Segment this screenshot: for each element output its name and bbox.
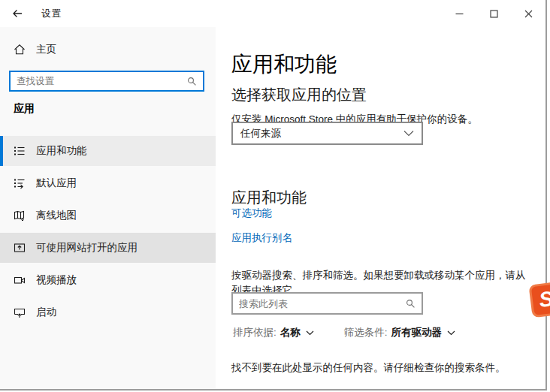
minimize-icon: [455, 10, 464, 18]
default-apps-icon: [14, 177, 26, 189]
optional-features-link[interactable]: 可选功能: [231, 207, 272, 220]
sidebar-item-home[interactable]: 主页: [0, 36, 216, 63]
startup-icon: [14, 306, 26, 318]
sidebar-item-startup[interactable]: 启动: [0, 297, 216, 327]
sidebar: 主页 应用 应用和功能 默认应用: [0, 27, 216, 389]
filter-by-label: 筛选条件:: [344, 326, 388, 339]
window-controls: [442, 0, 545, 27]
settings-window: 设置 主页: [0, 0, 547, 390]
sidebar-item-video-playback[interactable]: 视频播放: [0, 265, 216, 295]
home-icon: [14, 44, 26, 56]
window-title: 设置: [41, 8, 62, 20]
chevron-down-icon[interactable]: [306, 330, 314, 336]
sort-by-label: 排序依据:: [233, 326, 277, 339]
sidebar-item-label: 应用和功能: [36, 144, 87, 158]
minimize-button[interactable]: [442, 0, 476, 27]
back-button[interactable]: [0, 0, 35, 27]
app-execution-aliases-link[interactable]: 应用执行别名: [231, 231, 292, 245]
titlebar: 设置: [0, 0, 545, 27]
search-icon: [405, 298, 416, 309]
sort-filter-row: 排序依据: 名称 筛选条件: 所有驱动器: [233, 326, 455, 339]
apps-features-heading: 应用和功能: [231, 188, 307, 208]
settings-search-box: [9, 71, 204, 92]
close-icon: [524, 10, 533, 18]
maximize-button[interactable]: [476, 0, 511, 27]
maximize-icon: [490, 10, 498, 18]
sidebar-item-label: 启动: [36, 306, 56, 319]
offline-maps-icon: [14, 210, 26, 222]
settings-search-input[interactable]: [11, 76, 186, 86]
watermark-letter: S: [538, 288, 550, 311]
sidebar-nav: 应用和功能 默认应用 离线地图 可使用网站打开的应用: [0, 136, 216, 330]
chevron-down-icon: [403, 130, 414, 137]
apps-for-websites-icon: [14, 242, 26, 254]
chevron-down-icon[interactable]: [447, 330, 455, 336]
sidebar-section-label: 应用: [14, 102, 35, 116]
sidebar-item-label: 视频播放: [36, 273, 77, 287]
sidebar-item-apps-features[interactable]: 应用和功能: [0, 136, 216, 166]
apps-features-icon: [14, 145, 26, 157]
empty-list-message: 找不到要在此处显示的任何内容。请仔细检查你的搜索条件。: [231, 360, 547, 375]
sidebar-item-label: 可使用网站打开的应用: [36, 241, 138, 255]
sidebar-item-apps-for-websites[interactable]: 可使用网站打开的应用: [0, 233, 216, 263]
main-content: 应用和功能 选择获取应用的位置 仅安装 Microsoft Store 中的应用…: [231, 27, 545, 389]
sidebar-item-label: 默认应用: [36, 176, 77, 190]
sidebar-item-label: 离线地图: [36, 209, 77, 222]
filter-by-value[interactable]: 所有驱动器: [391, 326, 443, 339]
page-title: 应用和功能: [231, 50, 337, 79]
sidebar-item-offline-maps[interactable]: 离线地图: [0, 201, 216, 231]
sort-by-value[interactable]: 名称: [280, 326, 301, 339]
app-source-dropdown[interactable]: 任何来源: [231, 122, 423, 145]
list-search-box: [231, 292, 423, 315]
search-icon: [186, 76, 197, 86]
app-source-dropdown-value: 任何来源: [233, 127, 403, 140]
sidebar-item-label: 主页: [36, 43, 56, 56]
sidebar-item-default-apps[interactable]: 默认应用: [0, 168, 216, 198]
choose-location-heading: 选择获取应用的位置: [231, 85, 367, 105]
video-playback-icon: [14, 274, 26, 286]
watermark-badge: S: [528, 282, 550, 318]
list-search-input[interactable]: [233, 298, 405, 309]
arrow-left-icon: [11, 8, 23, 20]
close-button[interactable]: [511, 0, 545, 27]
